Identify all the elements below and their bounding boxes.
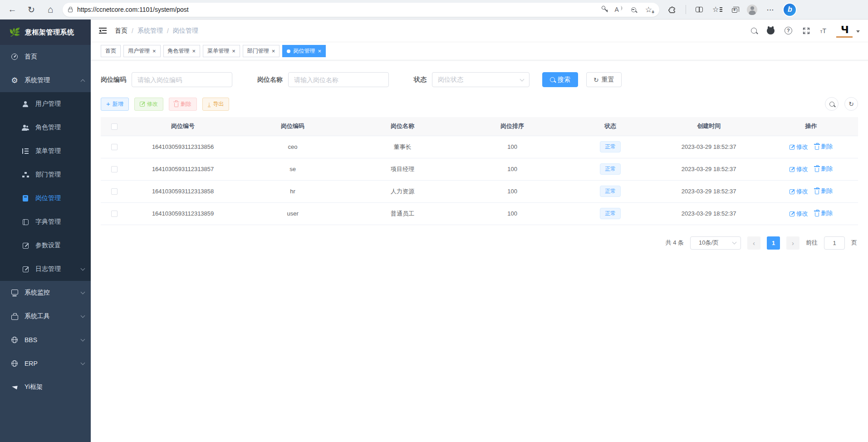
- menu-tree-icon: [22, 148, 29, 154]
- edit-square-icon: [22, 243, 29, 249]
- row-checkbox[interactable]: [111, 144, 118, 150]
- row-checkbox[interactable]: [111, 166, 118, 172]
- goto-page-input[interactable]: [824, 236, 845, 250]
- browser-home-button[interactable]: ⌂: [43, 2, 58, 17]
- collections-icon[interactable]: [732, 8, 737, 13]
- cell-post-name: 项目经理: [348, 158, 457, 180]
- row-edit-link[interactable]: 修改: [790, 143, 808, 151]
- fullscreen-icon[interactable]: [802, 27, 810, 35]
- total-count: 共 4 条: [666, 239, 684, 247]
- search-button[interactable]: 搜索: [542, 72, 578, 87]
- page-1-button[interactable]: 1: [767, 236, 780, 250]
- select-all-checkbox[interactable]: [111, 123, 118, 130]
- refresh-table-button[interactable]: ↻: [844, 97, 858, 111]
- cell-post-name: 人力资源: [348, 180, 457, 202]
- sidebar-item-role-management[interactable]: 角色管理: [0, 116, 91, 139]
- cell-created: 2023-03-29 18:52:37: [653, 158, 764, 180]
- export-button[interactable]: ↓ 导出: [202, 98, 230, 111]
- back-icon: ←: [8, 5, 17, 15]
- split-screen-icon[interactable]: [696, 7, 703, 12]
- sidebar-item-dict-management[interactable]: 字典管理: [0, 210, 91, 234]
- sidebar-item-user-management[interactable]: 用户管理: [0, 92, 91, 116]
- zoom-out-icon[interactable]: [631, 7, 636, 12]
- post-code-input[interactable]: [132, 72, 232, 87]
- post-name-input[interactable]: [288, 72, 389, 87]
- next-page-button[interactable]: ›: [786, 236, 799, 250]
- close-icon[interactable]: ×: [152, 48, 156, 54]
- row-delete-link[interactable]: 删除: [815, 209, 833, 217]
- sidebar-collapse-icon[interactable]: [99, 28, 107, 34]
- close-icon[interactable]: ×: [272, 48, 275, 54]
- font-size-icon[interactable]: тT: [820, 27, 826, 34]
- sidebar-item-yi-framework[interactable]: Yi框架: [0, 375, 91, 399]
- sidebar-item-home[interactable]: 首页: [0, 45, 91, 69]
- browser-profile-avatar[interactable]: [747, 5, 757, 15]
- col-post-sort: 岗位排序: [457, 117, 567, 136]
- row-edit-link[interactable]: 修改: [790, 165, 808, 173]
- tab-dept-management[interactable]: 部门管理 ×: [243, 45, 280, 57]
- close-icon[interactable]: ×: [192, 48, 196, 54]
- row-edit-link[interactable]: 修改: [790, 210, 808, 218]
- edit-icon: [140, 102, 145, 107]
- status-label: 状态: [414, 76, 427, 84]
- cell-post-sort: 100: [457, 202, 567, 225]
- github-icon[interactable]: [767, 27, 775, 34]
- bing-chat-icon[interactable]: b: [784, 4, 796, 16]
- logo-leaf-icon: 🌿: [9, 28, 20, 36]
- tab-menu-management[interactable]: 菜单管理 ×: [203, 45, 240, 57]
- status-select[interactable]: 岗位状态: [432, 72, 530, 87]
- show-search-button[interactable]: [825, 97, 839, 111]
- password-key-icon[interactable]: [601, 5, 606, 10]
- top-navbar: 首页 / 系统管理 / 岗位管理 ? тT Ч: [91, 20, 868, 42]
- favorites-icon[interactable]: ☆: [712, 6, 722, 13]
- sidebar-item-bbs[interactable]: BBS: [0, 328, 91, 352]
- sidebar-item-system-management[interactable]: ⚙ 系统管理: [0, 69, 91, 92]
- sidebar-item-dept-management[interactable]: 部门管理: [0, 163, 91, 187]
- status-badge: 正常: [600, 163, 621, 175]
- sidebar-item-log-management[interactable]: 日志管理: [0, 257, 91, 281]
- col-post-code: 岗位编码: [238, 117, 348, 136]
- url-text[interactable]: https://ccnetcore.com:1101/system/post: [77, 6, 602, 13]
- post-badge-icon: [22, 195, 29, 201]
- tab-role-management[interactable]: 角色管理 ×: [163, 45, 201, 57]
- read-aloud-icon[interactable]: A: [614, 6, 622, 13]
- browser-refresh-button[interactable]: ↻: [24, 2, 39, 17]
- row-delete-link[interactable]: 删除: [815, 187, 833, 195]
- delete-button[interactable]: 删除: [169, 98, 197, 111]
- address-bar[interactable]: https://ccnetcore.com:1101/system/post A…: [63, 3, 659, 17]
- add-button[interactable]: + 新增: [101, 98, 129, 111]
- col-actions: 操作: [764, 117, 858, 136]
- sidebar-item-system-tools[interactable]: 系统工具: [0, 304, 91, 328]
- help-icon[interactable]: ?: [785, 27, 792, 34]
- breadcrumb-home[interactable]: 首页: [115, 27, 128, 35]
- row-delete-link[interactable]: 删除: [815, 142, 833, 151]
- row-checkbox[interactable]: [111, 188, 118, 195]
- tab-home[interactable]: 首页: [101, 45, 121, 57]
- row-checkbox[interactable]: [111, 211, 118, 217]
- sidebar-item-menu-management[interactable]: 菜单管理: [0, 139, 91, 163]
- tab-post-management[interactable]: 岗位管理 ×: [282, 45, 326, 57]
- user-menu[interactable]: Ч: [836, 24, 860, 38]
- edit-button[interactable]: 修改: [134, 98, 163, 111]
- sidebar-item-system-monitor[interactable]: 系统监控: [0, 281, 91, 304]
- row-delete-link[interactable]: 删除: [815, 165, 833, 173]
- browser-menu-icon[interactable]: ···: [767, 6, 774, 13]
- search-icon[interactable]: [751, 28, 757, 34]
- breadcrumb-post: 岗位管理: [173, 27, 198, 35]
- close-icon[interactable]: ×: [318, 48, 321, 54]
- sidebar-item-post-management[interactable]: 岗位管理: [0, 187, 91, 210]
- toolbox-icon: [11, 313, 18, 320]
- sidebar-item-erp[interactable]: ERP: [0, 352, 91, 375]
- close-icon[interactable]: ×: [232, 48, 235, 54]
- row-edit-link[interactable]: 修改: [790, 187, 808, 196]
- user-avatar[interactable]: Ч: [836, 24, 853, 38]
- tab-user-management[interactable]: 用户管理 ×: [123, 45, 161, 57]
- sidebar-item-param-settings[interactable]: 参数设置: [0, 234, 91, 257]
- browser-essentials-icon[interactable]: [667, 5, 676, 14]
- prev-page-button[interactable]: ‹: [747, 236, 760, 250]
- table-row: 1641030593112313858 hr 人力资源 100 正常 2023-…: [101, 180, 858, 202]
- browser-back-button[interactable]: ←: [5, 2, 20, 17]
- page-size-select[interactable]: 10条/页: [690, 236, 741, 250]
- add-favorite-icon[interactable]: ☆: [645, 6, 652, 14]
- reset-button[interactable]: ↻ 重置: [586, 72, 622, 87]
